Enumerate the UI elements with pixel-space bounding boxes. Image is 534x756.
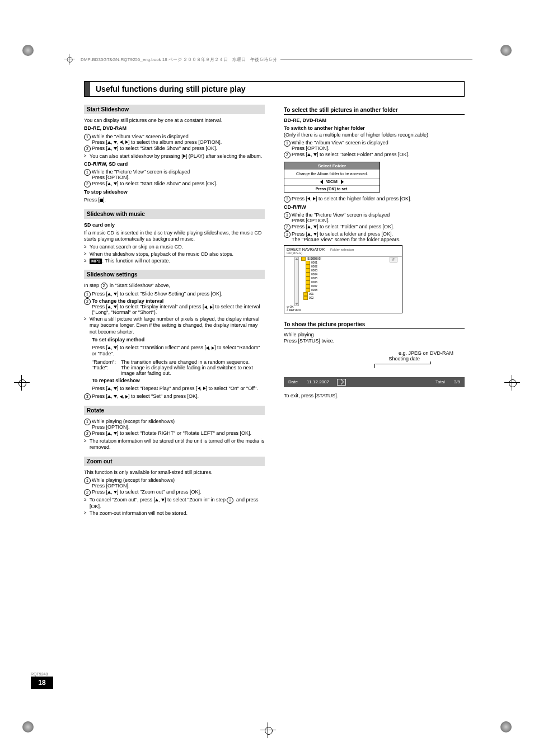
crop-cross-icon: [260, 722, 276, 739]
step-text: Press [, , , ] to select "Set" and press…: [92, 393, 265, 400]
stop-head: To stop slideshow: [84, 189, 265, 195]
text: To exit, press [STATUS].: [284, 393, 465, 399]
step-text: Press [, ] to select "Start Slide Show" …: [92, 145, 265, 152]
registration-mark: [500, 45, 512, 57]
section-zoom-out: Zoom out: [84, 457, 265, 466]
page-footer: RQT9248 18: [31, 672, 53, 689]
random-label: "Random":: [92, 359, 121, 365]
crop-cross-icon: [14, 375, 30, 392]
step-text: While the "Album View" screen is display…: [92, 134, 265, 145]
subhead-cdr: CD-R/RW, SD card: [84, 161, 265, 167]
total-value: 3/9: [449, 379, 465, 384]
text: Press [STATUS] twice.: [284, 338, 465, 344]
text: If a music CD is inserted in the disc tr…: [84, 230, 265, 243]
step-text: Press [, ] to select "Select Folder" and…: [292, 152, 465, 158]
step-number-icon: 1: [84, 291, 91, 298]
step-text: Press [, ] to select "Start Slide Show" …: [92, 181, 265, 187]
dn-sub: Folder selection: [330, 248, 354, 251]
folder-name: \DCIM: [326, 180, 338, 184]
fade-label: "Fade":: [92, 365, 121, 376]
section-select-folder: To select the still pictures in another …: [284, 107, 465, 115]
page-title: Useful functions during still picture pl…: [90, 82, 251, 96]
step-text: While the "Picture View" screen is displ…: [92, 169, 265, 180]
dn-footer: ⊙ OK⤴ RETURN: [287, 305, 301, 312]
step-text: Press [, ] to select "Rotate RIGHT" or "…: [92, 430, 265, 437]
dialog-title: Select Folder: [284, 162, 380, 170]
date-value: 11.12.2007: [302, 379, 334, 384]
bullet-text: MP3: This function will not operate.: [90, 258, 265, 264]
text: While playing: [284, 332, 465, 338]
return-icon: [337, 379, 346, 386]
subhead-bdre: BD-RE, DVD-RAM: [84, 125, 265, 132]
random-desc: The transition effects are changed in a …: [121, 359, 250, 365]
step-text: While playing (except for slideshows)Pre…: [92, 477, 265, 489]
scrollbar: [294, 257, 299, 306]
bullet-text: You cannot search or skip on a music CD.: [90, 244, 265, 250]
subhead-cdr: CD-R/RW: [284, 204, 465, 210]
step-text: While the "Picture View" screen is displ…: [292, 212, 465, 223]
text: Press [, ] to select "Transition Effect"…: [92, 345, 265, 358]
section-start-slideshow: Start Slideshow: [84, 105, 265, 114]
step-number-icon: 3: [84, 393, 91, 400]
section-slideshow-music: Slideshow with music: [84, 209, 265, 219]
step-number-icon: 2: [84, 489, 91, 496]
dn-media: CD(JPEG): [287, 251, 302, 255]
step-number-icon: 1: [284, 140, 291, 147]
status-bar: Date 11.12.2007 Total 3/9: [284, 377, 465, 387]
sd-only: SD card only: [84, 222, 265, 228]
registration-mark: [500, 721, 512, 734]
step-number-icon: 1: [284, 212, 291, 219]
bullet-text: When the slideshow stops, playback of th…: [90, 251, 265, 257]
step-text: To change the display intervalPress [, ]…: [92, 298, 265, 315]
total-key: Total: [431, 379, 449, 384]
text: In step 2 in "Start Slideshow" above,: [84, 283, 265, 289]
crop-cross-icon: [504, 375, 520, 392]
step-text: Press [, ] to select "Zoom out" and pres…: [92, 489, 265, 496]
section-rotate: Rotate: [84, 406, 265, 415]
dn-title: DIRECT NAVIGATOR: [287, 247, 325, 251]
step-text: Press [, ] to select a folder and press …: [292, 231, 465, 242]
registration-mark: [22, 721, 34, 734]
folder-icon: [301, 257, 306, 261]
registration-mark: [22, 45, 34, 57]
step-text: Press [, ] to select "Folder" and press …: [292, 224, 465, 231]
dn-button: F: [390, 257, 397, 262]
select-folder-dialog: Select Folder Change the Album folder to…: [284, 162, 380, 192]
text: (Only if there is a multiple number of h…: [284, 132, 465, 138]
switch-head: To switch to another higher folder: [284, 125, 465, 132]
stop-body: Press [].: [84, 197, 265, 203]
bullet-text: The zoom-out information will not be sto…: [90, 510, 265, 516]
page-title-bar: Useful functions during still picture pl…: [84, 81, 465, 97]
text: Press [, ] to select "Repeat Play" and p…: [92, 386, 265, 392]
step-number-icon: 2: [284, 224, 291, 231]
section-slideshow-settings: Slideshow settings: [84, 270, 265, 279]
bullet-text: When a still picture with large number o…: [90, 316, 265, 335]
print-header: DMP-BD35GT&GN-RQT9256_eng.book 18 ページ ２０…: [62, 51, 472, 67]
shooting-date-label: Shooting date: [284, 356, 420, 361]
fade-desc: The image is displayed while fading in a…: [121, 365, 265, 376]
date-key: Date: [284, 379, 302, 384]
disp-head: To set display method: [92, 337, 265, 343]
dialog-text: Change the Album folder to be accessed.: [284, 170, 380, 178]
direct-navigator-panel: DIRECT NAVIGATOR Folder selection CD(JPE…: [284, 245, 402, 313]
bullet-text: The rotation information will be stored …: [90, 438, 265, 451]
mp3-tag: MP3: [90, 259, 102, 264]
text: This function is only available for smal…: [84, 469, 265, 476]
dialog-ok-text: Press [OK] to set.: [284, 186, 380, 192]
folder-tree: 1_2008_0 0001 0002 0003 0004 0005 0006 0…: [301, 257, 321, 300]
repeat-head: To repeat slideshow: [92, 378, 265, 384]
step-number-icon: 1: [84, 134, 91, 140]
step-number-icon: 2: [284, 152, 291, 158]
step-number-icon: 1: [84, 419, 91, 425]
step-number-icon: 3: [284, 231, 291, 238]
step-text: Press [, ] to select the higher folder a…: [292, 196, 465, 203]
step-number-icon: 3: [284, 196, 291, 203]
step-text: While the "Album View" screen is display…: [292, 140, 465, 151]
step-number-icon: 1: [84, 477, 91, 484]
bullet-text: To cancel "Zoom out", press [, ] to sele…: [90, 497, 265, 510]
example-label: e.g. JPEG on DVD-RAM: [284, 350, 453, 356]
step-number-icon: 2: [84, 145, 91, 152]
bullet-text: You can also start slideshow by pressing…: [90, 153, 265, 159]
step-number-icon: 2: [84, 298, 91, 305]
print-header-text: DMP-BD35GT&GN-RQT9256_eng.book 18 ページ ２０…: [81, 57, 277, 63]
